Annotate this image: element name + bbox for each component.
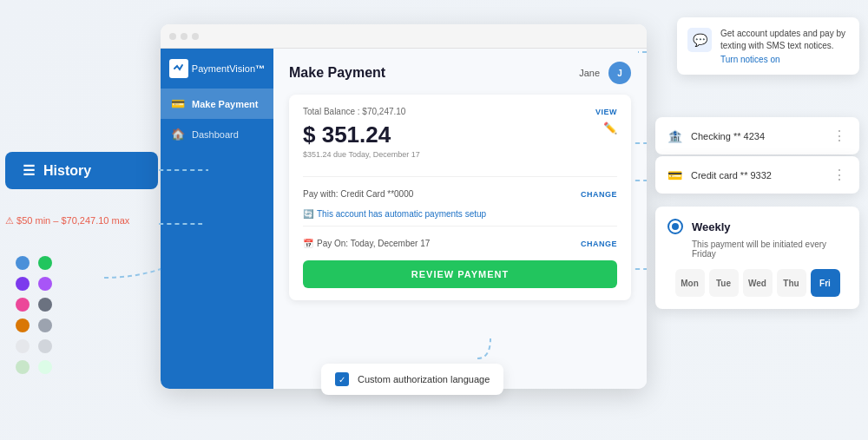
credit-method-left: 💳 Credit card ** 9332 (667, 168, 772, 182)
avatar: J (608, 62, 631, 84)
swatch-gray-light[interactable] (38, 319, 52, 332)
make-payment-label: Make Payment (192, 99, 258, 109)
refresh-icon: 🔄 (303, 209, 313, 219)
day-tue[interactable]: Tue (709, 269, 739, 297)
balance-row: Total Balance : $70,247.10 VIEW (303, 107, 617, 116)
browser-bar (161, 24, 647, 49)
browser-dot-1 (169, 33, 176, 40)
logo-icon (169, 59, 188, 78)
edit-icon[interactable]: ✏️ (603, 121, 617, 135)
view-link[interactable]: VIEW (595, 108, 617, 116)
pay-on-row: 📅 Pay On: Today, December 17 CHANGE (303, 233, 617, 253)
radio-inner (672, 223, 679, 230)
weekly-title: Weekly (692, 220, 731, 233)
weekly-description: This payment will be initiated every Fri… (667, 240, 847, 259)
sidebar-logo: PaymentVision™ (161, 59, 273, 89)
history-icon: ☰ (23, 162, 35, 179)
checking-method-left: 🏦 Checking ** 4234 (667, 129, 765, 143)
credit-method-name: Credit card ** 9332 (691, 170, 772, 181)
swatch-purple-dark[interactable] (16, 277, 30, 291)
weekly-panel: Weekly This payment will be initiated ev… (655, 207, 859, 309)
swatch-green[interactable] (38, 256, 52, 270)
page-title: Make Payment (289, 65, 385, 81)
sms-link[interactable]: Turn notices on (720, 55, 849, 64)
checking-method-name: Checking ** 4234 (691, 131, 765, 141)
amount-sub: $351.24 due Today, December 17 (303, 150, 420, 159)
pay-with-label: Pay with: Credit Card **0000 (303, 189, 413, 199)
swatch-gray[interactable] (38, 298, 52, 312)
color-swatches (16, 256, 54, 374)
swatch-purple[interactable] (38, 277, 52, 291)
user-area: Jane J (579, 62, 631, 84)
balance-label: Total Balance : $70,247.10 (303, 107, 405, 116)
day-wed[interactable]: Wed (743, 269, 773, 297)
main-content: Make Payment Jane J Total Balance : $70,… (273, 49, 647, 389)
credit-method-card[interactable]: 💳 Credit card ** 9332 ⋮ (655, 156, 859, 194)
custom-auth-text: Custom authorization language (358, 374, 490, 384)
checking-method-card[interactable]: 🏦 Checking ** 4234 ⋮ (655, 117, 859, 154)
custom-auth-panel: ✓ Custom authorization language (321, 364, 503, 395)
sidebar: PaymentVision™ 💳 Make Payment 🏠 Dashboar… (161, 49, 273, 389)
sidebar-item-dashboard[interactable]: 🏠 Dashboard (161, 119, 273, 149)
payment-card: Total Balance : $70,247.10 VIEW $ 351.24… (289, 95, 631, 300)
calendar-icon: 📅 (303, 239, 313, 248)
pay-with-row: Pay with: Credit Card **0000 CHANGE (303, 184, 617, 204)
swatch-green-lighter[interactable] (38, 360, 52, 374)
day-fri[interactable]: Fri (811, 269, 840, 297)
bank-icon: 🏦 (667, 129, 682, 143)
day-mon[interactable]: Mon (675, 269, 705, 297)
swatch-gray-lighter[interactable] (16, 339, 30, 353)
weekly-header: Weekly (667, 219, 847, 234)
browser-dot-3 (192, 33, 199, 40)
browser-window: PaymentVision™ 💳 Make Payment 🏠 Dashboar… (161, 24, 647, 389)
header-row: Make Payment Jane J (289, 62, 631, 84)
browser-dot-2 (181, 33, 187, 40)
day-thu[interactable]: Thu (777, 269, 806, 297)
sidebar-item-make-payment[interactable]: 💳 Make Payment (161, 89, 273, 119)
sms-text: Get account updates and pay by texting w… (720, 28, 849, 52)
swatch-green-light[interactable] (16, 360, 30, 374)
dashboard-label: Dashboard (192, 129, 239, 140)
custom-auth-checkbox[interactable]: ✓ (335, 372, 349, 386)
weekly-radio[interactable] (667, 219, 683, 234)
checking-method-dots[interactable]: ⋮ (832, 128, 847, 144)
make-payment-icon: 💳 (171, 97, 185, 110)
min-max-text: ⚠ $50 min – $70,247.10 max (5, 215, 129, 227)
change-payment-link[interactable]: CHANGE (581, 190, 617, 199)
dashboard-icon: 🏠 (171, 128, 185, 141)
payment-amount: $ 351.24 (303, 121, 420, 148)
user-name: Jane (579, 68, 600, 78)
swatch-blue[interactable] (16, 256, 30, 270)
change-date-link[interactable]: CHANGE (581, 240, 617, 248)
credit-card-icon: 💳 (667, 168, 682, 182)
auto-payment-notice: 🔄 This account has automatic payments se… (303, 209, 617, 219)
swatch-pink[interactable] (16, 298, 30, 312)
sms-panel: 💬 Get account updates and pay by texting… (677, 17, 859, 75)
sms-icon: 💬 (687, 28, 712, 52)
swatch-gray-2[interactable] (38, 339, 52, 353)
history-label: History (43, 163, 91, 179)
logo-text: PaymentVision™ (192, 63, 265, 74)
credit-method-dots[interactable]: ⋮ (832, 167, 847, 183)
auto-payment-text: This account has automatic payments setu… (317, 209, 486, 219)
pay-on-label: Pay On: Today, December 17 (317, 239, 430, 248)
swatch-amber[interactable] (16, 319, 30, 332)
history-button[interactable]: ☰ History (5, 152, 158, 189)
days-row: Mon Tue Wed Thu Fri (667, 269, 847, 297)
review-payment-button[interactable]: REVIEW PAYMENT (303, 260, 617, 288)
